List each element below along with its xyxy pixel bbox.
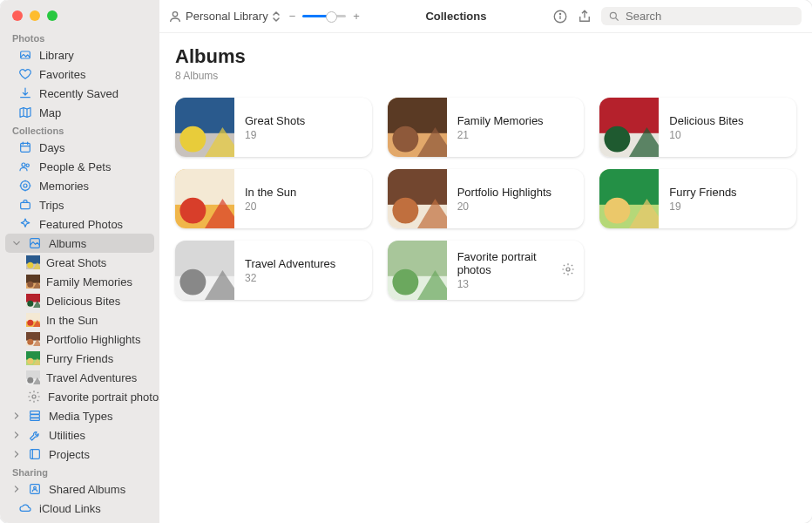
chevron-right-icon[interactable] [12, 412, 21, 419]
toolbar: Personal Library − + Collections [159, 0, 812, 33]
sidebar-item-projects[interactable]: Projects [5, 445, 154, 464]
sidebar-album-favorite-portrait-photos[interactable]: Favorite portrait photos [5, 387, 154, 406]
sidebar-item-label: Albums [49, 237, 86, 250]
library-selector[interactable]: Personal Library [168, 10, 281, 24]
sidebar-item-label: Projects [49, 448, 90, 461]
chevron-right-icon[interactable] [12, 451, 21, 458]
svg-rect-24 [26, 351, 40, 360]
sidebar-item-media-types[interactable]: Media Types [5, 406, 154, 425]
photo-stack-icon [17, 48, 33, 62]
album-thumb-icon [26, 370, 40, 384]
sidebar-item-map[interactable]: Map [5, 103, 154, 122]
sparkle-icon [17, 217, 33, 231]
svg-rect-33 [30, 450, 40, 459]
album-icon [27, 236, 43, 250]
sidebar-album-portfolio-highlights[interactable]: Portfolio Highlights [5, 329, 154, 349]
sidebar-album-delicious-bites[interactable]: Delicious Bites [5, 291, 154, 310]
svg-point-25 [27, 358, 33, 364]
svg-point-5 [24, 184, 27, 187]
info-button[interactable] [552, 9, 568, 24]
album-card-in-the-sun[interactable]: In the Sun 20 [175, 169, 372, 228]
sidebar-item-utilities[interactable]: Utilities [5, 425, 154, 445]
album-thumb-icon [26, 275, 40, 289]
zoom-in-icon[interactable]: + [353, 10, 360, 23]
share-button[interactable] [577, 9, 592, 24]
minimize-button[interactable] [30, 10, 40, 21]
maximize-button[interactable] [47, 10, 58, 21]
zoom-slider[interactable] [302, 15, 346, 17]
album-thumbnail [599, 98, 659, 157]
sidebar-item-label: Memories [39, 180, 89, 193]
album-card-delicious-bites[interactable]: Delicious Bites 10 [599, 98, 796, 157]
svg-rect-27 [26, 370, 40, 379]
sidebar-item-label: Recently Saved [39, 87, 118, 100]
album-card-family-memories[interactable]: Family Memories 21 [388, 98, 585, 157]
sidebar-item-days[interactable]: Days [5, 138, 154, 157]
sidebar-item-label: Featured Photos [39, 218, 123, 231]
sidebar-album-furry-friends[interactable]: Furry Friends [5, 349, 154, 368]
svg-point-29 [32, 395, 36, 398]
sidebar-item-label: Days [39, 141, 65, 154]
svg-rect-46 [388, 98, 447, 133]
svg-rect-43 [175, 98, 234, 133]
sidebar-item-favorites[interactable]: Favorites [5, 65, 154, 84]
album-thumb-icon [26, 332, 40, 346]
chevron-down-icon[interactable] [12, 240, 21, 247]
sidebar-album-great-shots[interactable]: Great Shots [5, 253, 154, 272]
sidebar-item-recently-saved[interactable]: Recently Saved [5, 84, 154, 103]
album-name: In the Sun [245, 186, 362, 199]
sidebar-item-shared-albums[interactable]: Shared Albums [5, 479, 154, 499]
gear-icon[interactable] [561, 262, 584, 279]
svg-point-59 [605, 198, 631, 224]
suitcase-icon [17, 198, 33, 212]
chevron-right-icon[interactable] [12, 431, 21, 438]
svg-point-10 [27, 262, 33, 268]
sidebar-item-label: Media Types [49, 410, 112, 423]
album-name: Favorite portrait photos [457, 250, 551, 276]
sidebar-item-label: People & Pets [39, 160, 111, 173]
sidebar-item-label: Portfolio Highlights [46, 333, 140, 346]
search-field[interactable] [601, 7, 802, 25]
search-input[interactable] [626, 10, 795, 23]
album-name: Furry Friends [669, 186, 786, 199]
sidebar-item-people-pets[interactable]: People & Pets [5, 157, 154, 176]
sidebar-item-albums[interactable]: Albums [5, 234, 154, 253]
album-card-portfolio-highlights[interactable]: Portfolio Highlights 20 [388, 169, 585, 228]
content-area: Albums 8 Albums Great Shots 19 Family Me… [159, 33, 812, 312]
close-button[interactable] [12, 10, 23, 21]
album-card-great-shots[interactable]: Great Shots 19 [175, 98, 372, 157]
svg-rect-30 [30, 411, 40, 414]
sidebar-item-label: Utilities [49, 429, 85, 442]
sidebar-item-icloud-links[interactable]: iCloud Links [5, 499, 154, 518]
svg-point-53 [179, 198, 206, 224]
svg-rect-21 [26, 332, 40, 341]
sidebar-album-family-memories[interactable]: Family Memories [5, 272, 154, 291]
svg-point-36 [173, 11, 177, 16]
sidebar-item-featured-photos[interactable]: Featured Photos [5, 214, 154, 234]
download-icon [17, 86, 33, 100]
sidebar-item-label: Favorite portrait photos [48, 391, 159, 404]
svg-rect-64 [388, 241, 447, 276]
heart-icon [17, 67, 33, 81]
svg-rect-18 [26, 313, 40, 322]
album-thumbnail [175, 98, 234, 157]
album-card-favorite-portrait-photos[interactable]: Favorite portrait photos 13 [388, 241, 585, 300]
sidebar-item-trips[interactable]: Trips [5, 195, 154, 214]
album-card-furry-friends[interactable]: Furry Friends 19 [599, 169, 796, 228]
album-name: Travel Adventures [245, 257, 362, 270]
sidebar-item-library[interactable]: Library [5, 45, 154, 65]
chevron-right-icon[interactable] [12, 486, 21, 492]
album-card-travel-adventures[interactable]: Travel Adventures 32 [175, 241, 372, 300]
album-thumb-icon [26, 255, 40, 269]
sidebar-item-label: Favorites [39, 68, 85, 81]
sidebar-album-travel-adventures[interactable]: Travel Adventures [5, 368, 154, 387]
sidebar-album-in-the-sun[interactable]: In the Sun [5, 310, 154, 329]
album-count: 19 [669, 200, 786, 213]
zoom-out-icon[interactable]: − [289, 10, 296, 23]
map-icon [17, 105, 33, 119]
memories-icon [17, 179, 33, 193]
sidebar-item-memories[interactable]: Memories [5, 176, 154, 195]
zoom-control[interactable]: − + [289, 10, 360, 23]
sidebar-item-label: Delicious Bites [46, 295, 120, 308]
svg-rect-0 [21, 51, 30, 58]
